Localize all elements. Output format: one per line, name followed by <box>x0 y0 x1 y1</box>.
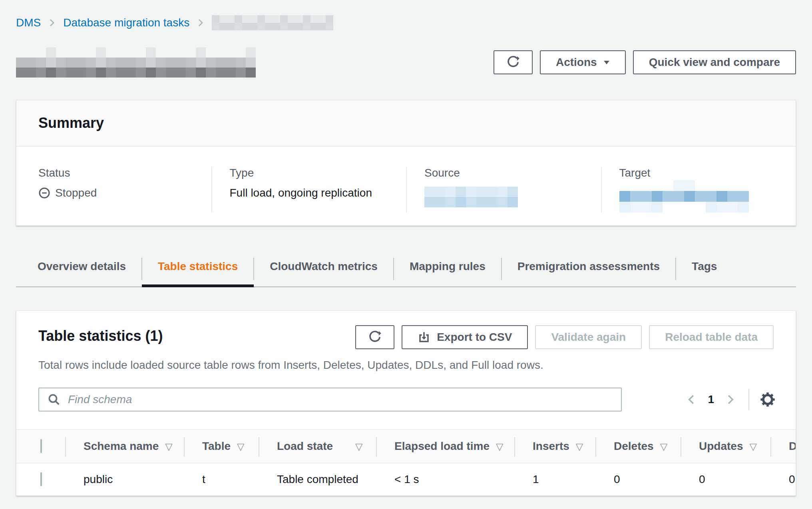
select-all-checkbox[interactable] <box>40 439 42 453</box>
sort-icon: ▽ <box>660 441 667 452</box>
caret-down-icon <box>603 60 610 65</box>
table-row: public t Table completed < 1 s 1 0 0 0 <box>16 463 796 495</box>
summary-field-type: Type Full load, ongoing replication <box>211 167 406 213</box>
table-header-row: Schema name▽ Table▽ Load state▽ Elapsed … <box>16 429 796 463</box>
breadcrumb-link-tasks[interactable]: Database migration tasks <box>63 16 189 29</box>
search-icon <box>47 393 61 409</box>
breadcrumb-link-dms[interactable]: DMS <box>16 16 41 29</box>
statistics-table-wrap: Schema name▽ Table▽ Load state▽ Elapsed … <box>16 429 796 495</box>
sort-icon: ▽ <box>237 441 244 452</box>
column-header-inserts[interactable]: Inserts▽ <box>515 429 596 463</box>
pagination-divider <box>748 389 749 410</box>
source-value-redacted-link[interactable] <box>424 187 518 207</box>
cell-schema-name: public <box>66 463 185 495</box>
cell-inserts: 1 <box>515 463 596 495</box>
cell-ddls: 0 <box>771 463 796 495</box>
reload-table-data-button[interactable]: Reload table data <box>649 325 774 349</box>
next-page-button[interactable] <box>721 391 739 408</box>
sort-icon: ▽ <box>355 441 362 452</box>
validate-again-button[interactable]: Validate again <box>535 325 642 349</box>
table-controls: 1 <box>16 388 796 412</box>
column-header-load-state[interactable]: Load state▽ <box>259 429 377 463</box>
breadcrumb: DMS Database migration tasks <box>16 14 796 31</box>
current-page-number: 1 <box>708 393 714 406</box>
tab-mapping-rules[interactable]: Mapping rules <box>394 254 502 286</box>
type-label: Type <box>230 167 394 179</box>
source-label: Source <box>424 167 589 179</box>
status-label: Status <box>38 167 199 179</box>
table-refresh-button[interactable] <box>355 325 394 349</box>
reload-label: Reload table data <box>665 331 758 344</box>
quick-view-compare-button[interactable]: Quick view and compare <box>633 50 796 74</box>
table-actions: Export to CSV Validate again Reload tabl… <box>355 325 774 349</box>
status-value: Stopped <box>55 187 97 199</box>
column-header-ddls[interactable]: DDLs <box>771 429 796 463</box>
actions-button-label: Actions <box>556 56 597 69</box>
chevron-right-icon <box>48 18 56 28</box>
tab-table-statistics[interactable]: Table statistics <box>142 254 254 286</box>
download-icon <box>418 331 430 344</box>
table-statistics-title: Table statistics (1) <box>38 325 163 344</box>
export-label: Export to CSV <box>437 331 512 344</box>
sort-icon: ▽ <box>576 441 583 452</box>
statistics-table: Schema name▽ Table▽ Load state▽ Elapsed … <box>16 429 796 495</box>
refresh-icon <box>506 56 520 69</box>
cell-load-state: Table completed <box>259 463 377 495</box>
cell-updates: 0 <box>681 463 771 495</box>
target-value-redacted-link[interactable] <box>619 180 749 213</box>
schema-search <box>38 388 622 412</box>
chevron-left-icon <box>686 394 698 406</box>
cell-deletes: 0 <box>596 463 681 495</box>
actions-button[interactable]: Actions <box>540 50 626 74</box>
pagination: 1 <box>683 389 776 410</box>
breadcrumb-current-redacted <box>212 15 333 30</box>
sort-icon: ▽ <box>165 441 172 452</box>
find-schema-input[interactable] <box>38 388 622 412</box>
refresh-icon <box>368 330 382 344</box>
header-actions: Actions Quick view and compare <box>494 50 796 74</box>
task-detail-tabs: Overview details Table statistics CloudW… <box>16 254 796 287</box>
column-header-table[interactable]: Table▽ <box>185 429 259 463</box>
chevron-right-icon <box>724 394 736 406</box>
validate-label: Validate again <box>551 331 626 344</box>
gear-icon <box>760 392 776 408</box>
table-statistics-description: Total rows include loaded source table r… <box>16 359 796 372</box>
target-label: Target <box>619 167 784 179</box>
refresh-button[interactable] <box>494 50 533 74</box>
page-title-redacted <box>16 48 256 78</box>
cell-table: t <box>185 463 259 495</box>
column-header-schema-name[interactable]: Schema name▽ <box>66 429 185 463</box>
dms-task-page: DMS Database migration tasks Actions <box>0 0 812 496</box>
quick-view-label: Quick view and compare <box>649 56 780 69</box>
export-to-csv-button[interactable]: Export to CSV <box>402 325 528 349</box>
table-settings-button[interactable] <box>759 391 776 408</box>
column-header-elapsed-load-time[interactable]: Elapsed load time▽ <box>377 429 515 463</box>
summary-field-source: Source <box>406 167 601 213</box>
summary-title: Summary <box>38 115 774 131</box>
tab-overview-details[interactable]: Overview details <box>22 254 142 286</box>
summary-body: Status Stopped Type Full load, ongoing r… <box>16 147 796 225</box>
tab-tags[interactable]: Tags <box>676 254 733 286</box>
summary-header: Summary <box>16 100 796 147</box>
sort-icon: ▽ <box>749 441 756 452</box>
chevron-right-icon <box>197 18 205 28</box>
tab-cloudwatch-metrics[interactable]: CloudWatch metrics <box>254 254 394 286</box>
column-header-updates[interactable]: Updates▽ <box>681 429 771 463</box>
cell-elapsed-load-time: < 1 s <box>377 463 515 495</box>
page-header: Actions Quick view and compare <box>16 47 796 78</box>
summary-field-status: Status Stopped <box>16 167 211 213</box>
column-header-deletes[interactable]: Deletes▽ <box>596 429 681 463</box>
previous-page-button[interactable] <box>683 391 701 408</box>
row-checkbox[interactable] <box>40 472 42 486</box>
stopped-status-icon <box>38 187 50 199</box>
sort-icon: ▽ <box>496 441 503 452</box>
summary-field-target: Target <box>601 167 796 213</box>
table-statistics-panel: Table statistics (1) Export to CSV <box>16 310 796 496</box>
type-value: Full load, ongoing replication <box>230 187 372 199</box>
tab-premigration-assessments[interactable]: Premigration assessments <box>502 254 676 286</box>
summary-panel: Summary Status Stopped Type Full load, o… <box>16 100 796 226</box>
